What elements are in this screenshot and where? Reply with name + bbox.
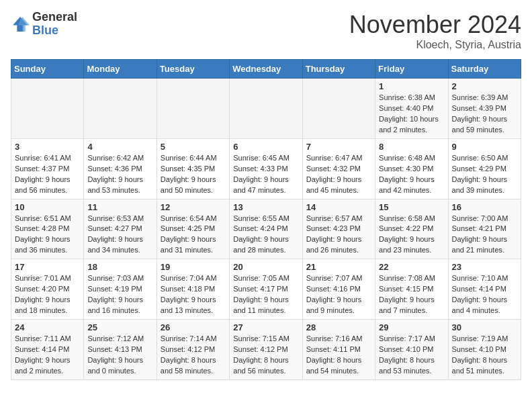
day-info: Sunrise: 6:54 AM Sunset: 4:25 PM Dayligh… [161, 214, 226, 257]
weekday-header-wednesday: Wednesday [230, 60, 302, 79]
day-number: 17 [15, 262, 80, 272]
day-info: Sunrise: 6:57 AM Sunset: 4:23 PM Dayligh… [306, 214, 371, 257]
day-cell: 25Sunrise: 7:12 AM Sunset: 4:13 PM Dayli… [84, 320, 157, 380]
day-number: 24 [15, 322, 80, 332]
day-cell: 24Sunrise: 7:11 AM Sunset: 4:14 PM Dayli… [11, 320, 84, 380]
day-cell: 1Sunrise: 6:38 AM Sunset: 4:40 PM Daylig… [375, 79, 448, 139]
day-number: 19 [161, 262, 226, 272]
day-cell: 18Sunrise: 7:03 AM Sunset: 4:19 PM Dayli… [84, 259, 157, 320]
day-cell: 21Sunrise: 7:07 AM Sunset: 4:16 PM Dayli… [302, 259, 375, 320]
logo-text: General Blue [32, 11, 77, 38]
day-cell: 20Sunrise: 7:05 AM Sunset: 4:17 PM Dayli… [230, 259, 302, 320]
day-info: Sunrise: 6:39 AM Sunset: 4:39 PM Dayligh… [452, 93, 517, 136]
day-info: Sunrise: 6:55 AM Sunset: 4:24 PM Dayligh… [233, 214, 298, 257]
day-info: Sunrise: 6:53 AM Sunset: 4:27 PM Dayligh… [87, 214, 152, 257]
day-number: 6 [233, 142, 298, 152]
day-number: 23 [452, 262, 517, 272]
day-cell: 7Sunrise: 6:47 AM Sunset: 4:32 PM Daylig… [302, 138, 375, 199]
day-cell: 12Sunrise: 6:54 AM Sunset: 4:25 PM Dayli… [157, 199, 229, 259]
day-number: 9 [452, 142, 517, 152]
day-number: 4 [87, 142, 152, 152]
day-number: 3 [15, 142, 80, 152]
day-number: 30 [452, 322, 517, 332]
day-info: Sunrise: 7:12 AM Sunset: 4:13 PM Dayligh… [87, 334, 152, 377]
weekday-header-saturday: Saturday [448, 60, 521, 79]
day-info: Sunrise: 7:16 AM Sunset: 4:11 PM Dayligh… [306, 334, 371, 377]
day-number: 18 [87, 262, 152, 272]
day-info: Sunrise: 7:05 AM Sunset: 4:17 PM Dayligh… [233, 273, 298, 316]
day-cell: 14Sunrise: 6:57 AM Sunset: 4:23 PM Dayli… [302, 199, 375, 259]
day-cell: 4Sunrise: 6:42 AM Sunset: 4:36 PM Daylig… [84, 138, 157, 199]
location: Kloech, Styria, Austria [349, 39, 521, 51]
day-cell: 11Sunrise: 6:53 AM Sunset: 4:27 PM Dayli… [84, 199, 157, 259]
day-info: Sunrise: 7:19 AM Sunset: 4:10 PM Dayligh… [452, 334, 517, 377]
day-cell [11, 79, 84, 139]
day-cell: 15Sunrise: 6:58 AM Sunset: 4:22 PM Dayli… [375, 199, 448, 259]
day-number: 28 [306, 322, 371, 332]
day-cell: 30Sunrise: 7:19 AM Sunset: 4:10 PM Dayli… [448, 320, 521, 380]
day-info: Sunrise: 7:07 AM Sunset: 4:16 PM Dayligh… [306, 273, 371, 316]
day-cell: 2Sunrise: 6:39 AM Sunset: 4:39 PM Daylig… [448, 79, 521, 139]
day-cell: 5Sunrise: 6:44 AM Sunset: 4:35 PM Daylig… [157, 138, 229, 199]
day-cell: 26Sunrise: 7:14 AM Sunset: 4:12 PM Dayli… [157, 320, 229, 380]
day-cell [157, 79, 229, 139]
day-info: Sunrise: 6:50 AM Sunset: 4:29 PM Dayligh… [452, 153, 517, 196]
day-cell: 27Sunrise: 7:15 AM Sunset: 4:12 PM Dayli… [230, 320, 302, 380]
day-number: 15 [379, 202, 444, 212]
day-cell: 23Sunrise: 7:10 AM Sunset: 4:14 PM Dayli… [448, 259, 521, 320]
day-cell: 13Sunrise: 6:55 AM Sunset: 4:24 PM Dayli… [230, 199, 302, 259]
day-info: Sunrise: 6:44 AM Sunset: 4:35 PM Dayligh… [161, 153, 226, 196]
day-cell: 3Sunrise: 6:41 AM Sunset: 4:37 PM Daylig… [11, 138, 84, 199]
day-number: 27 [233, 322, 298, 332]
title-area: November 2024 Kloech, Styria, Austria [349, 11, 521, 51]
day-number: 1 [379, 81, 444, 91]
day-info: Sunrise: 7:03 AM Sunset: 4:19 PM Dayligh… [87, 273, 152, 316]
weekday-header-friday: Friday [375, 60, 448, 79]
day-number: 14 [306, 202, 371, 212]
day-number: 25 [87, 322, 152, 332]
day-info: Sunrise: 7:15 AM Sunset: 4:12 PM Dayligh… [233, 334, 298, 377]
day-cell [302, 79, 375, 139]
day-info: Sunrise: 6:51 AM Sunset: 4:28 PM Dayligh… [15, 214, 80, 257]
page-header: General Blue November 2024 Kloech, Styri… [11, 11, 521, 51]
weekday-header-tuesday: Tuesday [157, 60, 229, 79]
day-number: 8 [379, 142, 444, 152]
day-number: 21 [306, 262, 371, 272]
day-info: Sunrise: 7:01 AM Sunset: 4:20 PM Dayligh… [15, 273, 80, 316]
week-row-4: 17Sunrise: 7:01 AM Sunset: 4:20 PM Dayli… [11, 259, 521, 320]
day-cell: 10Sunrise: 6:51 AM Sunset: 4:28 PM Dayli… [11, 199, 84, 259]
week-row-3: 10Sunrise: 6:51 AM Sunset: 4:28 PM Dayli… [11, 199, 521, 259]
weekday-header-row: SundayMondayTuesdayWednesdayThursdayFrid… [11, 60, 521, 79]
month-title: November 2024 [349, 11, 521, 39]
day-cell: 6Sunrise: 6:45 AM Sunset: 4:33 PM Daylig… [230, 138, 302, 199]
day-info: Sunrise: 7:17 AM Sunset: 4:10 PM Dayligh… [379, 334, 444, 377]
day-info: Sunrise: 6:38 AM Sunset: 4:40 PM Dayligh… [379, 93, 444, 136]
day-number: 16 [452, 202, 517, 212]
day-info: Sunrise: 7:10 AM Sunset: 4:14 PM Dayligh… [452, 273, 517, 316]
day-cell: 22Sunrise: 7:08 AM Sunset: 4:15 PM Dayli… [375, 259, 448, 320]
day-number: 10 [15, 202, 80, 212]
day-info: Sunrise: 6:41 AM Sunset: 4:37 PM Dayligh… [15, 153, 80, 196]
day-info: Sunrise: 6:45 AM Sunset: 4:33 PM Dayligh… [233, 153, 298, 196]
calendar-table: SundayMondayTuesdayWednesdayThursdayFrid… [11, 59, 521, 380]
logo: General Blue [11, 11, 77, 38]
day-number: 26 [161, 322, 226, 332]
weekday-header-thursday: Thursday [302, 60, 375, 79]
day-info: Sunrise: 6:48 AM Sunset: 4:30 PM Dayligh… [379, 153, 444, 196]
day-number: 20 [233, 262, 298, 272]
day-cell [230, 79, 302, 139]
day-number: 12 [161, 202, 226, 212]
day-info: Sunrise: 7:14 AM Sunset: 4:12 PM Dayligh… [161, 334, 226, 377]
weekday-header-sunday: Sunday [11, 60, 84, 79]
day-number: 5 [161, 142, 226, 152]
day-number: 13 [233, 202, 298, 212]
week-row-5: 24Sunrise: 7:11 AM Sunset: 4:14 PM Dayli… [11, 320, 521, 380]
day-info: Sunrise: 6:47 AM Sunset: 4:32 PM Dayligh… [306, 153, 371, 196]
week-row-1: 1Sunrise: 6:38 AM Sunset: 4:40 PM Daylig… [11, 79, 521, 139]
day-info: Sunrise: 7:08 AM Sunset: 4:15 PM Dayligh… [379, 273, 444, 316]
logo-icon [11, 15, 30, 34]
weekday-header-monday: Monday [84, 60, 157, 79]
day-cell: 19Sunrise: 7:04 AM Sunset: 4:18 PM Dayli… [157, 259, 229, 320]
day-info: Sunrise: 7:11 AM Sunset: 4:14 PM Dayligh… [15, 334, 80, 377]
day-cell: 17Sunrise: 7:01 AM Sunset: 4:20 PM Dayli… [11, 259, 84, 320]
